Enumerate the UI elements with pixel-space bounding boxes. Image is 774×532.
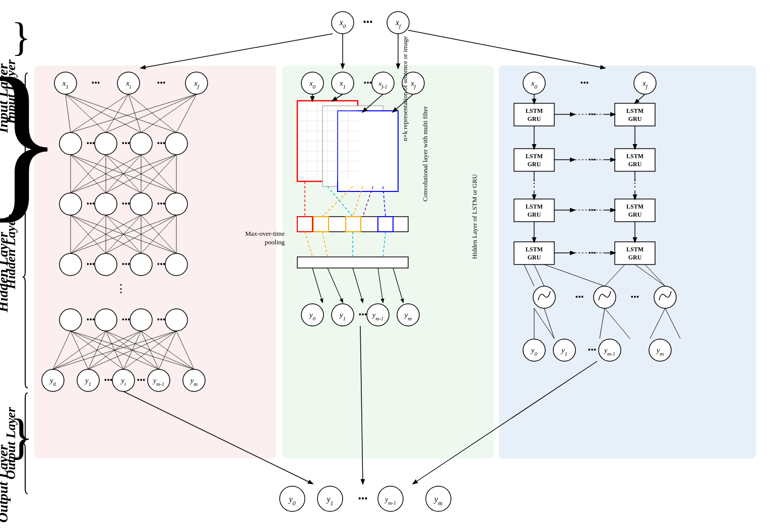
cnn-out-ym1 <box>367 304 389 326</box>
rnn-lstm-r3c1 <box>514 199 554 222</box>
rnn-lstm-r4c1-label1: LSTM <box>526 246 543 253</box>
mlp-h1-n4 <box>165 132 187 155</box>
diagram-container: Input Layer } Hidden Layer } Output Laye… <box>0 0 774 532</box>
output-layer-text: Output Layer <box>4 407 18 480</box>
top-to-mlp-arrow <box>141 34 333 68</box>
mlp-h1-n2 <box>95 132 117 155</box>
mlp-hl-n4 <box>165 309 187 331</box>
rnn-sigmoid-dots: ••• <box>575 293 584 301</box>
rnn-sigmoid2 <box>594 286 616 308</box>
rnn-lstm-r1c2-label1: LSTM <box>626 107 643 114</box>
mlp-h3-n3 <box>130 253 152 276</box>
final-out-dots: ••• <box>358 494 368 504</box>
rnn-lstm-r2c1-label1: LSTM <box>526 153 543 160</box>
mlp-out-dots2: ••• <box>137 376 146 384</box>
rnn-sigmoid-dots2: ••• <box>631 293 639 301</box>
mlp-hl-n3 <box>130 309 152 331</box>
cnn-dots1: ••• <box>364 79 372 87</box>
input-layer-text: Input Layer <box>4 59 18 124</box>
cnn-filter-red-base <box>297 217 312 232</box>
mlp-h3-dots3: ••• <box>157 260 166 269</box>
mlp-h2-dots2: ••• <box>122 200 131 208</box>
mlp-out-ym <box>183 369 205 391</box>
hidden-layer-text: Hidden Layer <box>4 214 18 290</box>
mlp-h3-dots2: ••• <box>122 260 131 269</box>
cnn-out-ym <box>397 304 419 326</box>
mlp-out-dots: ••• <box>104 376 113 384</box>
mlp-vdots: ⋮ <box>115 282 126 295</box>
mlp-h2-n1 <box>59 193 82 215</box>
mlp-out-ym1 <box>148 369 170 391</box>
mlp-hl-dots3: ••• <box>157 315 166 324</box>
mlp-h1-dots3: ••• <box>157 139 166 148</box>
rnn-out-dots: ••• <box>588 346 597 354</box>
rnn-hidden-label: Hidden Layer of LSTM or GRU <box>471 174 478 259</box>
mlp-h2-n2 <box>95 193 117 215</box>
rnn-lstm-r2c1-label2: GRU <box>528 161 541 168</box>
mlp-h1-dots: ••• <box>87 139 95 148</box>
rnn-lstm-r4c1 <box>514 242 554 264</box>
rnn-lstm-r2c2 <box>615 149 655 171</box>
final-out-ym1 <box>378 486 403 511</box>
cnn-filter-blue-base <box>378 217 393 232</box>
cnn-filter-orange-base <box>313 217 329 232</box>
mlp-h2-n3 <box>130 193 152 215</box>
rnn-input-dots: ••• <box>580 79 589 87</box>
rnn-lstm-r1c1-label2: GRU <box>528 115 541 122</box>
rnn-lstm-r3c2-label2: GRU <box>628 211 642 218</box>
top-to-rnn-arrow <box>408 30 605 68</box>
top-dots: ••• <box>363 17 373 27</box>
rnn-lstm-r2c2-label2: GRU <box>628 161 642 168</box>
rnn-out-ym1 <box>599 339 621 361</box>
mlp-hl-dots: ••• <box>87 315 95 324</box>
rnn-sigmoid3 <box>654 286 676 308</box>
cnn-nk-label: n×k representation of sentence or image <box>401 36 409 141</box>
main-diagram: Input Layer } Hidden Layer } Output Laye… <box>0 0 774 532</box>
rnn-lstm-r1c2-label2: GRU <box>628 115 642 122</box>
cnn-pooled-strip <box>297 257 408 268</box>
cnn-xf1-node <box>372 72 394 94</box>
rnn-lstm-r4c2-label1: LSTM <box>626 246 643 253</box>
mlp-h3-n4 <box>165 253 187 276</box>
mlp-h2-dots: ••• <box>87 200 95 208</box>
mlp-h3-dots: ••• <box>87 260 95 269</box>
cnn-conv-label: Convolutional layer with multi filter <box>421 106 429 202</box>
cnn-filter-orange-base2 <box>346 217 361 232</box>
rnn-lstm-r1c2 <box>615 103 655 126</box>
mlp-h3-n1 <box>59 253 82 276</box>
mlp-input-dots1: ••• <box>92 79 100 87</box>
cnn-out-dots: ••• <box>359 310 367 319</box>
mlp-h1-dots2: ••• <box>122 139 131 148</box>
rnn-lstm-r3c2-label1: LSTM <box>626 203 643 210</box>
rnn-lstm-r2c1 <box>514 149 554 171</box>
mlp-hl-n2 <box>95 309 117 331</box>
rnn-lstm-r4c2-label2: GRU <box>628 254 642 261</box>
rnn-sigmoid1 <box>533 286 555 308</box>
rnn-lstm-r1c1 <box>514 103 554 126</box>
rnn-lstm-r4c1-label2: GRU <box>528 254 541 261</box>
cnn-pooling-label: Max-over-time <box>245 230 285 237</box>
cnn-pooling-label2: pooling <box>265 238 285 246</box>
mlp-h2-dots3: ••• <box>157 200 166 208</box>
rnn-lstm-r3c2 <box>615 199 655 222</box>
mlp-input-dots2: ••• <box>157 79 166 87</box>
rnn-lstm-r4c2 <box>615 242 655 264</box>
mlp-h3-n2 <box>95 253 117 276</box>
mlp-hl-dots2: ••• <box>122 315 131 324</box>
rnn-lstm-r2c2-label1: LSTM <box>626 153 643 160</box>
final-out-ym <box>426 486 451 511</box>
rnn-lstm-r3c1-label1: LSTM <box>526 203 543 210</box>
mlp-hl-n1 <box>59 309 82 331</box>
mlp-h1-n1 <box>59 132 82 155</box>
rnn-out-ym <box>649 339 671 361</box>
mlp-h1-n3 <box>130 132 152 155</box>
rnn-lstm-r3c1-label2: GRU <box>528 211 541 218</box>
rnn-lstm-r1c1-label1: LSTM <box>526 107 543 114</box>
mlp-h2-n4 <box>165 193 187 215</box>
